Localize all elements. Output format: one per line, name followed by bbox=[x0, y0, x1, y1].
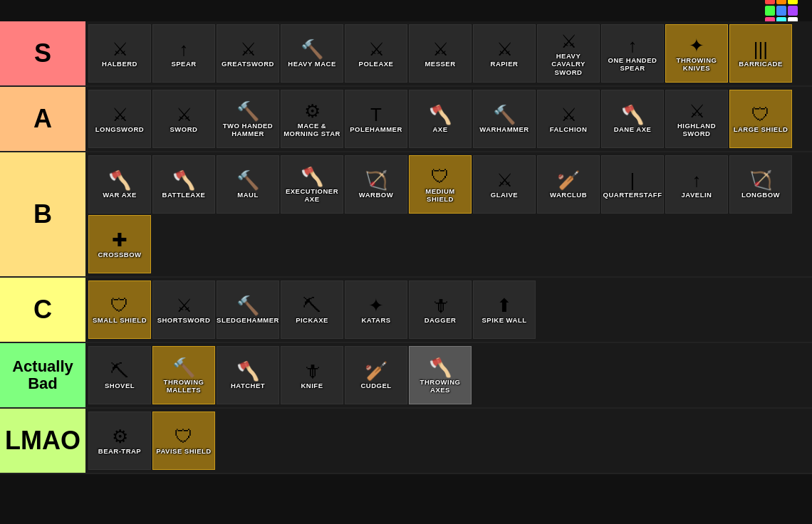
weapon-icon: 🔨 bbox=[236, 296, 259, 315]
item-throwing-axes[interactable]: 🪓Throwing Axes bbox=[409, 346, 472, 404]
item-rapier[interactable]: ⚔Rapier bbox=[473, 24, 536, 83]
item-throwing-mallets[interactable]: 🔨Throwing Mallets bbox=[152, 346, 215, 404]
item-name-label: Maul bbox=[237, 191, 258, 199]
weapon-icon: ⚙ bbox=[304, 102, 321, 120]
item-messer[interactable]: ⚔Messer bbox=[409, 24, 472, 83]
item-name-label: Pavise Shield bbox=[156, 447, 211, 455]
item-greatsword[interactable]: ⚔Greatsword bbox=[217, 24, 279, 83]
item-pickaxe[interactable]: ⛏Pickaxe bbox=[281, 281, 343, 339]
weapon-icon: ⛏ bbox=[110, 362, 129, 380]
item-name-label: Pickaxe bbox=[296, 316, 328, 324]
item-warbow[interactable]: 🏹Warbow bbox=[345, 155, 407, 214]
item-sledgehammer[interactable]: 🔨Sledgehammer bbox=[217, 281, 279, 339]
weapon-icon: ↑ bbox=[692, 171, 702, 189]
item-name-label: Mace & Morning Star bbox=[283, 122, 341, 138]
weapon-icon: ⚔ bbox=[496, 40, 513, 58]
item-javelin[interactable]: ↑Javelin bbox=[665, 155, 728, 214]
item-cudgel[interactable]: 🏏Cudgel bbox=[345, 346, 407, 404]
item-shovel[interactable]: ⛏Shovel bbox=[88, 346, 151, 404]
weapon-icon: 🪓 bbox=[429, 105, 452, 124]
item-spike-wall[interactable]: ⬆Spike Wall bbox=[473, 281, 536, 339]
item-medium-shield[interactable]: 🛡Medium Shield bbox=[409, 155, 472, 214]
tier-label-c: C bbox=[0, 278, 85, 342]
weapon-icon: ✚ bbox=[112, 231, 127, 249]
item-name-label: Throwing Knives bbox=[667, 56, 726, 73]
item-large-shield[interactable]: 🛡Large Shield bbox=[729, 90, 792, 148]
item-name-label: Knife bbox=[301, 382, 323, 389]
item-sword[interactable]: ⚔Sword bbox=[152, 90, 215, 148]
item-bear-trap[interactable]: ⚙Bear-Trap bbox=[88, 412, 151, 470]
item-warhammer[interactable]: 🔨Warhammer bbox=[473, 90, 536, 148]
item-name-label: War Axe bbox=[103, 191, 136, 199]
item-small-shield[interactable]: 🛡Small Shield bbox=[88, 281, 151, 339]
item-name-label: Heavy Mace bbox=[288, 60, 335, 68]
weapon-icon: ⬆ bbox=[496, 296, 512, 315]
item-longsword[interactable]: ⚔Longsword bbox=[88, 90, 151, 148]
item-crossbow[interactable]: ✚Crossbow bbox=[88, 215, 151, 273]
item-mace-morning-star[interactable]: ⚙Mace & Morning Star bbox=[281, 90, 343, 148]
tier-items-c: 🛡Small Shield⚔Shortsword🔨Sledgehammer⛏Pi… bbox=[85, 278, 812, 342]
item-dane-axe[interactable]: 🪓Dane Axe bbox=[601, 90, 664, 148]
item-glaive[interactable]: ⚔Glaive bbox=[473, 155, 536, 214]
item-name-label: Longsword bbox=[95, 125, 144, 133]
weapon-icon: 🪓 bbox=[301, 167, 323, 186]
item-executioner-axe[interactable]: 🪓Executioner Axe bbox=[281, 155, 343, 214]
item-halberd[interactable]: ⚔Halberd bbox=[88, 24, 151, 83]
item-polehammer[interactable]: TPolehammer bbox=[345, 90, 407, 148]
item-battleaxe[interactable]: 🪓Battleaxe bbox=[152, 155, 215, 214]
weapon-icon: ⚔ bbox=[368, 40, 385, 58]
item-hatchet[interactable]: 🪓Hatchet bbox=[217, 346, 279, 404]
item-name-label: Greatsword bbox=[222, 60, 274, 68]
weapon-icon: 🛡 bbox=[431, 167, 449, 186]
item-name-label: Messer bbox=[425, 60, 455, 68]
weapon-icon: ⚔ bbox=[112, 105, 128, 124]
item-longbow[interactable]: 🏹Longbow bbox=[729, 155, 792, 214]
tier-label-s: S bbox=[0, 21, 85, 85]
item-axe[interactable]: 🪓Axe bbox=[409, 90, 472, 148]
weapon-icon: 🔨 bbox=[236, 171, 259, 189]
item-name-label: Medium Shield bbox=[411, 187, 469, 204]
item-name-label: Battleaxe bbox=[162, 191, 206, 199]
item-falchion[interactable]: ⚔Falchion bbox=[537, 90, 600, 148]
tier-items-lmao: ⚙Bear-Trap🛡Pavise Shield bbox=[85, 409, 812, 473]
item-highland-sword[interactable]: ⚔Highland Sword bbox=[665, 90, 728, 148]
item-name-label: Shovel bbox=[105, 382, 135, 389]
item-knife[interactable]: 🗡Knife bbox=[281, 346, 343, 404]
item-katars[interactable]: ✦Katars bbox=[345, 281, 407, 339]
tier-row-s: S⚔Halberd↑Spear⚔Greatsword🔨Heavy Mace⚔Po… bbox=[0, 21, 812, 87]
weapon-icon: 🛡 bbox=[175, 427, 193, 446]
item-name-label: Spike Wall bbox=[482, 316, 526, 324]
weapon-icon: ↑ bbox=[628, 36, 637, 55]
weapon-icon: ✦ bbox=[689, 36, 704, 55]
item-name-label: Highland Sword bbox=[667, 122, 726, 138]
item-warclub[interactable]: 🏏Warclub bbox=[537, 155, 600, 214]
tier-row-a: A⚔Longsword⚔Sword🔨Two Handed Hammer⚙Mace… bbox=[0, 87, 812, 152]
item-spear[interactable]: ↑Spear bbox=[152, 24, 215, 83]
item-dagger[interactable]: 🗡Dagger bbox=[409, 281, 472, 339]
item-name-label: Polehammer bbox=[350, 125, 402, 133]
weapon-icon: 🏏 bbox=[365, 362, 387, 380]
item-name-label: Longbow bbox=[741, 191, 780, 199]
item-name-label: Cudgel bbox=[360, 382, 391, 389]
item-pavise-shield[interactable]: 🛡Pavise Shield bbox=[152, 412, 215, 470]
item-shortsword[interactable]: ⚔Shortsword bbox=[152, 281, 215, 339]
item-name-label: Quarterstaff bbox=[603, 191, 662, 199]
item-two-handed-hammer[interactable]: 🔨Two Handed Hammer bbox=[217, 90, 279, 148]
item-heavy-mace[interactable]: 🔨Heavy Mace bbox=[281, 24, 343, 83]
item-one-handed-spear[interactable]: ↑One Handed Spear bbox=[601, 24, 664, 83]
item-throwing-knives[interactable]: ✦Throwing Knives bbox=[665, 24, 728, 83]
item-war-axe[interactable]: 🪓War Axe bbox=[88, 155, 151, 214]
item-quarterstaff[interactable]: |Quarterstaff bbox=[601, 155, 664, 214]
weapon-icon: 🔨 bbox=[493, 105, 516, 124]
item-name-label: Javelin bbox=[682, 191, 712, 199]
item-barricade[interactable]: |||Barricade bbox=[729, 24, 792, 83]
item-name-label: Spear bbox=[171, 60, 196, 68]
header-row bbox=[0, 0, 812, 21]
tier-row-lmao: LMAO⚙Bear-Trap🛡Pavise Shield bbox=[0, 409, 812, 474]
item-heavy-cavalry-sword[interactable]: ⚔Heavy Cavalry Sword bbox=[537, 24, 600, 83]
weapon-icon: ⚔ bbox=[496, 171, 513, 189]
weapon-icon: 🔨 bbox=[301, 40, 323, 58]
item-poleaxe[interactable]: ⚔Poleaxe bbox=[345, 24, 407, 83]
item-maul[interactable]: 🔨Maul bbox=[217, 155, 279, 214]
tier-label-a: A bbox=[0, 87, 85, 151]
